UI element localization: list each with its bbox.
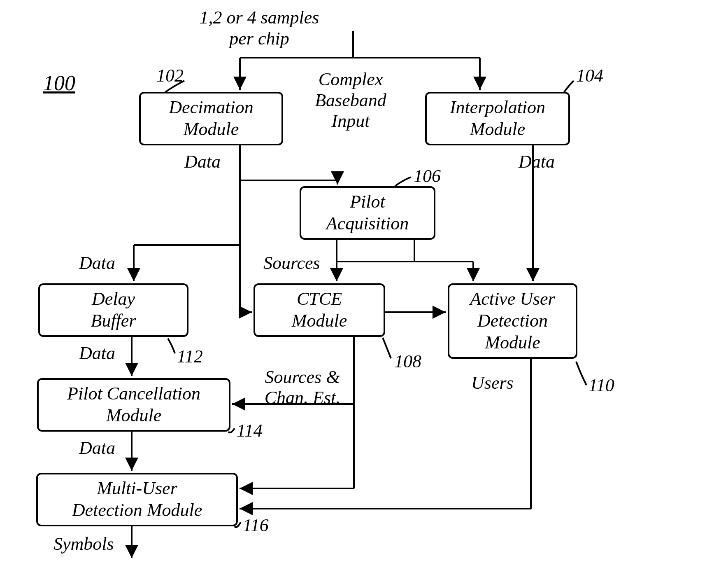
diagram-arrows [0,0,728,584]
